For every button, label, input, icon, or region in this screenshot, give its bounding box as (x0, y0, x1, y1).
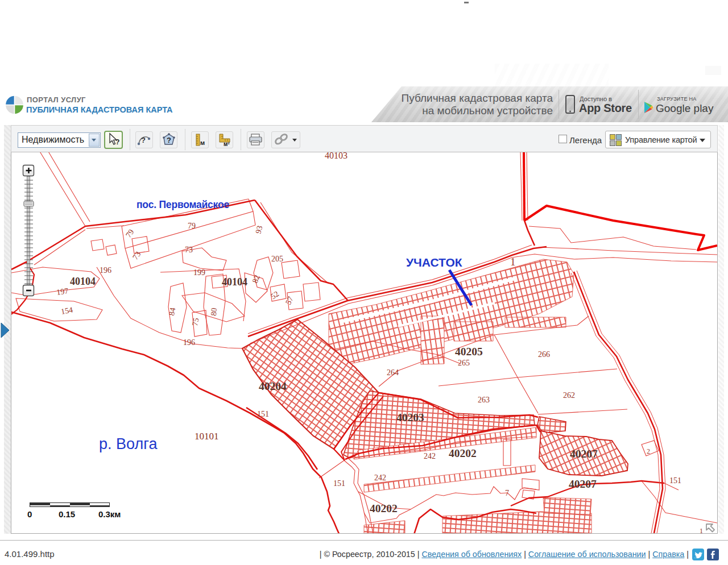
svg-text:1: 1 (510, 256, 516, 268)
svg-text:205: 205 (271, 255, 283, 263)
svg-text:?: ? (167, 136, 171, 144)
svg-text:УЧАСТОК: УЧАСТОК (406, 256, 462, 269)
svg-text:151: 151 (669, 476, 681, 485)
svg-text:?: ? (115, 138, 119, 146)
svg-text:1: 1 (700, 527, 703, 533)
svg-text:264: 264 (387, 368, 399, 377)
svg-text:93: 93 (254, 225, 264, 234)
svg-text:197: 197 (56, 286, 69, 297)
svg-text:151: 151 (257, 410, 269, 418)
svg-text:40207: 40207 (569, 478, 597, 490)
svg-text:57: 57 (284, 295, 295, 306)
svg-text:40204: 40204 (259, 380, 287, 392)
svg-text:м²: м² (224, 141, 230, 147)
svg-text:7: 7 (505, 489, 509, 497)
svg-text:40205: 40205 (455, 346, 483, 358)
svg-text:84: 84 (167, 307, 177, 316)
svg-text:40104: 40104 (70, 276, 96, 287)
svg-text:40203: 40203 (396, 412, 424, 423)
svg-text:м: м (200, 139, 205, 146)
svg-text:40103: 40103 (325, 152, 348, 160)
svg-text:р. Волга: р. Волга (99, 435, 158, 452)
svg-text:10101: 10101 (195, 431, 219, 442)
svg-text:266: 266 (538, 350, 550, 359)
svg-text:242: 242 (374, 473, 386, 482)
svg-text:79: 79 (188, 222, 196, 230)
svg-text:79: 79 (124, 228, 135, 239)
svg-text:154: 154 (60, 306, 73, 316)
svg-text:пос. Первомайское: пос. Первомайское (136, 199, 229, 210)
svg-text:40207: 40207 (570, 448, 598, 460)
svg-text:73: 73 (185, 246, 193, 254)
svg-text:2: 2 (647, 447, 650, 455)
svg-text:199: 199 (193, 268, 205, 277)
svg-text:40202: 40202 (449, 447, 477, 459)
svg-text:265: 265 (458, 359, 470, 367)
svg-text:242: 242 (424, 452, 436, 460)
svg-text:82: 82 (251, 274, 262, 284)
svg-text:262: 262 (563, 391, 575, 400)
svg-text:73: 73 (131, 250, 142, 261)
svg-text:196: 196 (100, 266, 111, 275)
svg-text:40202: 40202 (370, 502, 398, 514)
svg-text:196: 196 (183, 338, 195, 347)
svg-text:?: ? (141, 136, 146, 144)
svg-text:80: 80 (209, 308, 218, 316)
svg-text:151: 151 (333, 479, 345, 488)
svg-text:263: 263 (478, 396, 490, 404)
svg-text:40104: 40104 (222, 276, 247, 288)
svg-text:75: 75 (191, 317, 200, 326)
